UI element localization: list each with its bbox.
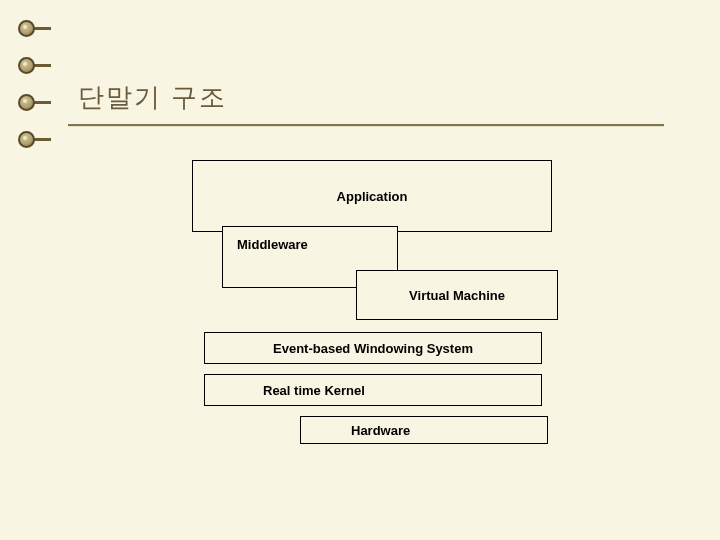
architecture-diagram: Application Middleware Virtual Machine E… <box>192 160 552 450</box>
layer-virtual-machine-label: Virtual Machine <box>409 288 505 303</box>
slide-title: 단말기 구조 <box>78 80 227 115</box>
layer-hardware: Hardware <box>300 416 548 444</box>
layer-real-time-kernel-label: Real time Kernel <box>263 383 365 398</box>
ring-icon <box>18 57 51 74</box>
ring-icon <box>18 20 51 37</box>
layer-virtual-machine: Virtual Machine <box>356 270 558 320</box>
layer-real-time-kernel: Real time Kernel <box>204 374 542 406</box>
layer-hardware-label: Hardware <box>351 423 410 438</box>
ring-icon <box>18 94 51 111</box>
title-underline <box>68 124 664 126</box>
spiral-binding <box>18 20 51 168</box>
slide: 단말기 구조 Application Middleware Virtual Ma… <box>0 0 720 540</box>
layer-application: Application <box>192 160 552 232</box>
ring-icon <box>18 131 51 148</box>
layer-application-label: Application <box>337 189 408 204</box>
layer-middleware-label: Middleware <box>237 237 308 252</box>
layer-event-windowing-label: Event-based Windowing System <box>273 341 473 356</box>
layer-event-windowing: Event-based Windowing System <box>204 332 542 364</box>
